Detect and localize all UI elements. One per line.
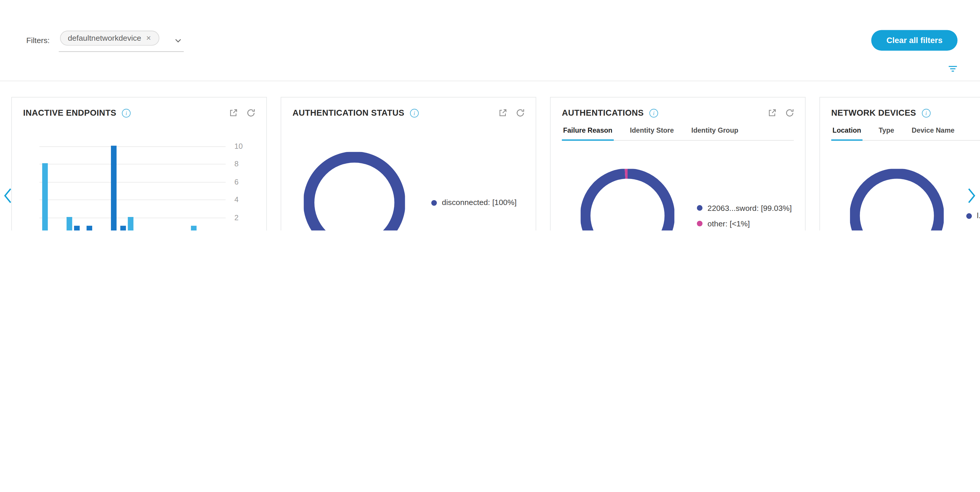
legend-label: other: [<1%] (708, 219, 750, 228)
info-icon[interactable]: i (122, 108, 131, 117)
donut-slice (309, 157, 400, 231)
filters-bar: Filters: defaultnetworkdevice × Clear al… (0, 0, 980, 81)
dashlet-authentications: AUTHENTICATIONS i Failure Reason Identit… (550, 97, 805, 231)
donut-chart-area: l... (831, 140, 980, 231)
refresh-icon[interactable] (516, 109, 525, 117)
legend-item: other: [<1%] (697, 219, 792, 228)
open-in-new-icon[interactable] (229, 109, 238, 117)
filter-chip[interactable]: defaultnetworkdevice × (60, 30, 159, 45)
filters-label: Filters: (26, 36, 50, 45)
y-axis-tick: 2 (234, 213, 239, 222)
open-in-new-icon[interactable] (499, 109, 507, 117)
legend-item: disconnected: [100%] (431, 198, 517, 207)
donut-chart-area: 22063...sword: [99.03%] other: [<1%] (562, 140, 794, 231)
legend-dot (431, 200, 437, 205)
open-in-new-icon[interactable] (768, 109, 776, 117)
chevron-down-icon[interactable] (175, 38, 181, 42)
bar (67, 217, 72, 231)
gridline (40, 200, 226, 200)
y-axis-tick: 4 (234, 195, 239, 204)
donut-slice (855, 174, 939, 231)
legend-label: 22063...sword: [99.03%] (708, 204, 792, 212)
bar (128, 217, 134, 231)
donut-chart-area: disconnected: [100%] (293, 118, 524, 231)
dashlet-header: AUTHENTICATION STATUS i (293, 108, 524, 118)
bar (111, 146, 116, 231)
legend-dot (966, 213, 972, 218)
network-devices-donut (850, 169, 944, 231)
tab-failure-reason[interactable]: Failure Reason (562, 126, 614, 140)
clear-all-filters-button[interactable]: Clear all filters (872, 30, 958, 50)
bar (87, 226, 92, 231)
y-axis-tick: 10 (234, 142, 243, 151)
tab-identity-group[interactable]: Identity Group (690, 126, 740, 140)
bar (42, 163, 48, 231)
dashlet-header: AUTHENTICATIONS i (562, 108, 794, 118)
dashlet-header: INACTIVE ENDPOINTS i (23, 108, 255, 118)
legend-dot (697, 221, 703, 226)
dashlet-network-devices: NETWORK DEVICES i Location Type Device N… (819, 97, 980, 231)
legend-item: l... (966, 212, 980, 220)
tab-type[interactable]: Type (877, 126, 896, 140)
gridline (40, 146, 226, 147)
carousel-next-icon[interactable] (967, 187, 975, 204)
y-axis-tick: 8 (234, 159, 239, 169)
tab-identity-store[interactable]: Identity Store (629, 126, 675, 140)
gridline (40, 182, 226, 182)
dashlet-title: INACTIVE ENDPOINTS (23, 108, 116, 118)
chip-remove-icon[interactable]: × (146, 34, 151, 42)
bar (120, 226, 126, 231)
tab-location[interactable]: Location (831, 126, 862, 140)
authentications-donut (581, 169, 675, 231)
legend-label: l... (977, 212, 980, 220)
carousel-prev-icon[interactable] (4, 187, 12, 204)
bar (74, 226, 80, 231)
y-axis-tick: 6 (234, 177, 239, 186)
filter-chip-label: defaultnetworkdevice (68, 33, 142, 42)
dashlet-actions (229, 109, 255, 117)
legend-item: 22063...sword: [99.03%] (697, 204, 792, 212)
info-icon[interactable]: i (410, 108, 419, 117)
tab-device-name[interactable]: Device Name (910, 126, 956, 140)
gridline (40, 164, 226, 165)
dashlet-title: NETWORK DEVICES (831, 108, 916, 118)
donut-slice (585, 174, 670, 231)
dashlet-inactive-endpoints: INACTIVE ENDPOINTS i 10864207/278/38/108… (11, 97, 267, 231)
legend-dot (697, 205, 703, 210)
dashlet-title: AUTHENTICATIONS (562, 108, 644, 118)
filters-select[interactable]: defaultnetworkdevice × (59, 29, 183, 51)
filter-lines-icon[interactable] (948, 65, 958, 72)
ise-context-visibility-page: Filters: defaultnetworkdevice × Clear al… (0, 0, 980, 231)
dashlet-actions (768, 109, 794, 117)
legend-label: disconnected: [100%] (442, 198, 517, 207)
authentication-status-donut (304, 152, 405, 231)
legend: 22063...sword: [99.03%] other: [<1%] (697, 204, 792, 228)
dashlet-title: AUTHENTICATION STATUS (293, 108, 404, 118)
dashlet-header: NETWORK DEVICES i (831, 108, 980, 118)
bar-chart-plot: 10864207/278/38/108/17 (40, 146, 226, 231)
dashlet-authentication-status: AUTHENTICATION STATUS i disconnected: [1… (281, 97, 536, 231)
dashlet-carousel: INACTIVE ENDPOINTS i 10864207/278/38/108… (0, 81, 980, 231)
dashlet-actions (499, 109, 525, 117)
dashlet-tabs: Location Type Device Name (831, 126, 980, 140)
bar (191, 226, 197, 231)
dashlet-tabs: Failure Reason Identity Store Identity G… (562, 126, 794, 140)
legend: disconnected: [100%] (431, 198, 517, 207)
info-icon[interactable]: i (922, 108, 931, 117)
refresh-icon[interactable] (786, 109, 794, 117)
info-icon[interactable]: i (649, 108, 658, 117)
legend: l... (966, 212, 980, 220)
refresh-icon[interactable] (247, 109, 255, 117)
